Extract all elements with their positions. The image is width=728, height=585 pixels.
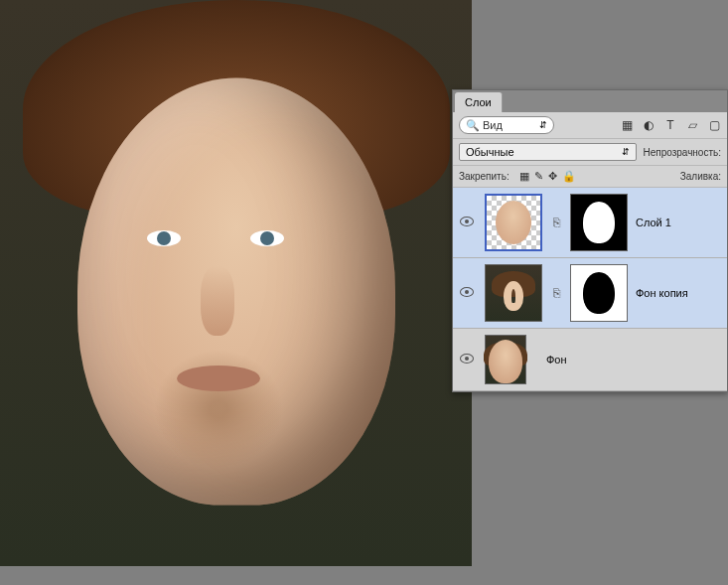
- layer-name[interactable]: Слой 1: [636, 217, 671, 228]
- layer-thumbnail[interactable]: [485, 194, 542, 251]
- opacity-label: Непрозрачность:: [643, 147, 721, 158]
- mask-thumbnail[interactable]: [570, 194, 628, 251]
- layer-name[interactable]: Фон копия: [636, 287, 688, 299]
- panel-tabs: Слои: [453, 90, 727, 112]
- filter-shape-icon[interactable]: ▱: [685, 118, 699, 132]
- layer-row[interactable]: ⎘ Слой 1: [453, 188, 727, 258]
- filter-row: 🔍 Вид ⇵ ▦ ◐ T ▱ ▢: [453, 112, 727, 139]
- lock-all-icon[interactable]: 🔒: [562, 170, 576, 183]
- lock-transparent-icon[interactable]: ▦: [519, 170, 529, 183]
- lock-brush-icon[interactable]: ✎: [534, 170, 543, 183]
- filter-type-icon[interactable]: T: [663, 118, 677, 132]
- visibility-toggle-icon[interactable]: [460, 287, 474, 297]
- blend-mode-value: Обычные: [466, 146, 514, 158]
- visibility-toggle-icon[interactable]: [460, 217, 474, 226]
- layer-thumbnail[interactable]: [485, 264, 542, 322]
- layer-filter-select[interactable]: 🔍 Вид ⇵: [459, 116, 554, 134]
- tab-layers[interactable]: Слои: [455, 92, 503, 112]
- composite-portrait: [0, 0, 472, 566]
- blend-mode-select[interactable]: Обычные ⇵: [459, 143, 637, 161]
- lock-move-icon[interactable]: ✥: [548, 170, 557, 183]
- layers-list: ⎘ Слой 1 ⎘ Фон копия Фон: [453, 188, 727, 391]
- layer-row[interactable]: Фон: [453, 329, 727, 391]
- mask-link-icon[interactable]: ⎘: [550, 286, 562, 300]
- layer-name[interactable]: Фон: [546, 354, 567, 366]
- chevron-updown-icon: ⇵: [539, 120, 547, 130]
- filter-smart-icon[interactable]: ▢: [707, 118, 721, 132]
- filter-pixel-icon[interactable]: ▦: [620, 118, 634, 132]
- blend-row: Обычные ⇵ Непрозрачность:: [453, 139, 727, 166]
- layer-thumbnail[interactable]: [485, 335, 526, 384]
- mask-thumbnail[interactable]: [570, 264, 628, 322]
- lock-label: Закрепить:: [459, 171, 510, 182]
- fill-label: Заливка:: [680, 171, 721, 182]
- mask-link-icon[interactable]: ⎘: [550, 216, 562, 229]
- chevron-updown-icon: ⇵: [622, 147, 630, 157]
- search-icon: 🔍: [466, 119, 480, 132]
- lock-row: Закрепить: ▦ ✎ ✥ 🔒 Заливка:: [453, 166, 727, 188]
- filter-label: Вид: [483, 119, 503, 131]
- filter-adjust-icon[interactable]: ◐: [642, 118, 655, 132]
- canvas-area[interactable]: [0, 0, 472, 566]
- visibility-toggle-icon[interactable]: [460, 354, 474, 364]
- layers-panel: Слои 🔍 Вид ⇵ ▦ ◐ T ▱ ▢ Обычные ⇵ Непрозр…: [452, 89, 728, 392]
- layer-row[interactable]: ⎘ Фон копия: [453, 258, 727, 329]
